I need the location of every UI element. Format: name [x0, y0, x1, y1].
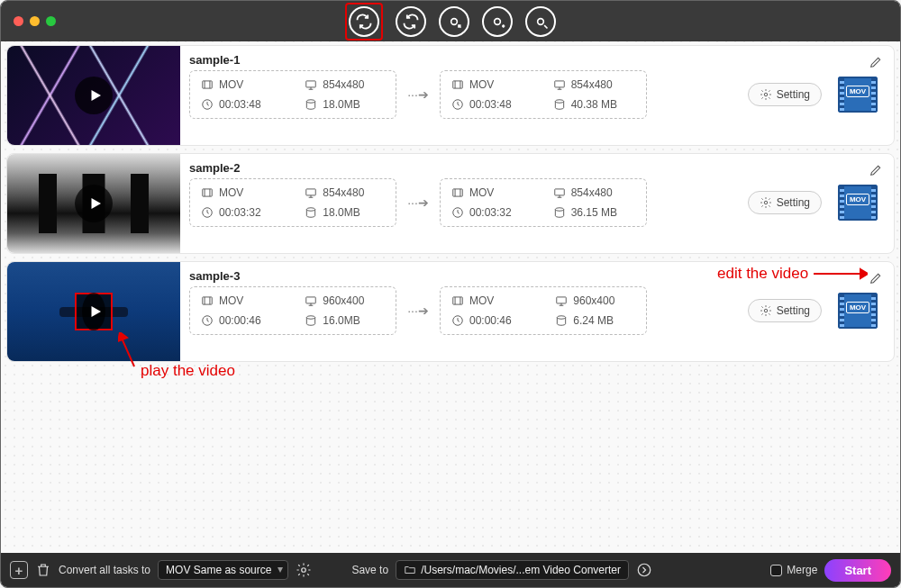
svg-rect-26 [557, 297, 567, 303]
target-resolution: 854x480 [571, 78, 613, 91]
source-size: 18.0MB [323, 98, 359, 111]
source-info-box: MOV 854x480 00:03:48 18.0MB [189, 70, 396, 119]
svg-rect-8 [554, 81, 564, 87]
download-mode-button[interactable] [439, 6, 469, 37]
edit-video-button[interactable] [869, 271, 883, 288]
video-info-line: MOV 960x400 00:00:46 16.0MB ···➔ MOV 960… [189, 286, 885, 335]
output-format-badge[interactable]: MOV [838, 77, 878, 113]
reverse-convert-mode-button[interactable] [396, 6, 426, 37]
play-button[interactable] [75, 77, 113, 114]
arrow-icon: ···➔ [396, 195, 440, 210]
svg-point-20 [764, 201, 768, 204]
maximize-window-button[interactable] [46, 16, 56, 26]
svg-point-6 [307, 100, 315, 104]
app-window: sample-1 MOV 854x480 00:03:48 18.0MB ···… [0, 0, 901, 588]
open-folder-button[interactable] [636, 562, 652, 578]
setting-button[interactable]: Setting [748, 191, 822, 214]
svg-point-24 [307, 316, 315, 320]
svg-rect-17 [554, 189, 564, 195]
target-info-box: MOV 854x480 00:03:48 40.38 MB [440, 70, 647, 119]
video-thumbnail[interactable] [7, 262, 180, 361]
target-format: MOV [469, 78, 494, 91]
row-right-controls: Setting MOV [748, 185, 885, 221]
svg-rect-22 [306, 297, 316, 303]
convert-all-label: Convert all tasks to [59, 564, 150, 576]
play-button[interactable] [75, 185, 113, 222]
arrow-icon: ···➔ [396, 303, 440, 318]
svg-rect-13 [306, 189, 316, 195]
svg-rect-12 [203, 189, 213, 196]
edit-video-button[interactable] [869, 163, 883, 180]
setting-button[interactable]: Setting [748, 83, 822, 106]
video-filename: sample-2 [189, 161, 885, 175]
svg-point-11 [764, 93, 768, 96]
close-window-button[interactable] [14, 16, 23, 26]
folder-icon [404, 564, 416, 576]
svg-rect-21 [203, 297, 213, 304]
svg-point-1 [495, 18, 501, 24]
save-to-label: Save to [351, 564, 388, 576]
titlebar [1, 1, 900, 41]
svg-rect-25 [453, 297, 463, 304]
convert-mode-button[interactable] [349, 6, 379, 37]
video-info-line: MOV 854x480 00:03:32 18.0MB ···➔ MOV 854… [189, 178, 885, 227]
target-size: 40.38 MB [571, 98, 617, 111]
output-format-badge[interactable]: MOV [838, 185, 878, 221]
target-duration: 00:03:48 [469, 98, 512, 111]
setting-button[interactable]: Setting [748, 299, 822, 322]
window-controls [14, 16, 56, 26]
svg-point-0 [451, 18, 458, 24]
svg-rect-4 [306, 81, 316, 87]
source-info-box: MOV 960x400 00:00:46 16.0MB [189, 286, 396, 335]
svg-point-15 [307, 208, 315, 212]
output-format-badge[interactable]: MOV [838, 293, 878, 329]
preset-settings-button[interactable] [296, 562, 312, 578]
row-right-controls: Setting MOV [748, 293, 885, 329]
svg-point-10 [555, 100, 563, 104]
video-thumbnail[interactable] [7, 46, 180, 145]
save-path-field[interactable]: /Users/mac/Movies/...em Video Converter [396, 560, 629, 580]
svg-point-2 [538, 18, 544, 24]
target-info-box: MOV 854x480 00:03:32 36.15 MB [440, 178, 647, 227]
svg-point-28 [558, 316, 566, 320]
video-thumbnail[interactable] [7, 154, 180, 253]
setting-button-label: Setting [777, 88, 810, 101]
start-button[interactable]: Start [824, 559, 891, 582]
svg-rect-16 [453, 189, 463, 196]
main-toolbar [345, 1, 556, 41]
merge-checkbox[interactable]: Merge [770, 564, 817, 576]
minimize-window-button[interactable] [30, 16, 40, 26]
source-duration: 00:03:48 [219, 98, 261, 111]
target-info-box: MOV 960x400 00:00:46 6.24 MB [440, 286, 647, 335]
selected-mode-highlight [345, 3, 383, 41]
video-row: sample-2 MOV 854x480 00:03:32 18.0MB ···… [6, 153, 895, 254]
svg-rect-3 [203, 81, 213, 88]
source-info-box: MOV 854x480 00:03:32 18.0MB [189, 178, 396, 227]
row-right-controls: Setting MOV [748, 77, 885, 113]
video-row: sample-1 MOV 854x480 00:03:48 18.0MB ···… [6, 45, 895, 146]
arrow-icon: ···➔ [396, 87, 440, 102]
trash-button[interactable] [35, 562, 51, 578]
edit-video-button[interactable] [869, 55, 883, 72]
svg-rect-7 [453, 81, 463, 88]
video-list: sample-1 MOV 854x480 00:03:48 18.0MB ···… [1, 41, 900, 553]
output-preset-select[interactable]: MOV Same as source [158, 560, 288, 580]
svg-point-33 [638, 564, 651, 576]
video-row-body: sample-1 MOV 854x480 00:03:48 18.0MB ···… [180, 46, 894, 145]
annotation-play-video: play the video [141, 362, 235, 380]
media-tools-mode-button[interactable] [525, 6, 556, 37]
annotation-edit-video: edit the video [717, 265, 868, 283]
bottombar: + Convert all tasks to MOV Same as sourc… [1, 553, 900, 587]
source-resolution: 854x480 [323, 78, 364, 91]
svg-point-32 [302, 568, 306, 573]
add-file-button[interactable]: + [10, 561, 28, 579]
add-media-mode-button[interactable] [482, 6, 513, 37]
play-button[interactable] [75, 293, 113, 330]
svg-point-29 [764, 309, 768, 312]
video-row-body: sample-2 MOV 854x480 00:03:32 18.0MB ···… [180, 154, 894, 253]
source-format: MOV [219, 78, 243, 91]
video-filename: sample-1 [189, 53, 885, 67]
video-info-line: MOV 854x480 00:03:48 18.0MB ···➔ MOV 854… [189, 70, 885, 119]
svg-point-19 [555, 208, 563, 212]
